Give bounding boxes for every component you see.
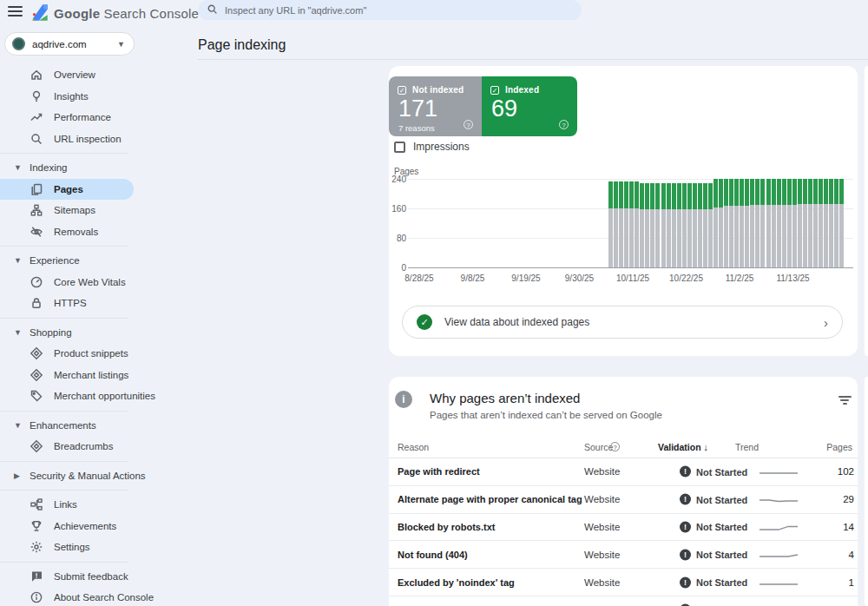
sidebar-divider [0,153,128,154]
sidebar-item-label: Core Web Vitals [54,277,126,287]
sidebar-item-overview[interactable]: Overview [0,64,198,86]
not-indexed-bar-segment [819,204,823,267]
chevron-right-icon: › [824,315,828,330]
brand-product: Search Console [103,6,199,21]
indexed-bar-segment [667,183,671,209]
reasons-count: 7 reasons [398,123,435,133]
sidebar-section-experience[interactable]: ▼Experience [0,250,198,272]
y-tick-label: 160 [389,204,406,214]
help-icon[interactable]: ? [610,442,620,451]
sidebar-item-sitemaps[interactable]: Sitemaps [0,200,198,221]
sidebar-item-about-search-console[interactable]: About Search Console [0,587,198,606]
checked-checkbox-icon[interactable]: ✓ [398,86,406,95]
table-row-excluded-by-noindex-tag[interactable]: Excluded by 'noindex' tagWebsite!Not Sta… [389,569,858,596]
sidebar-item-breadcrumbs[interactable]: Breadcrumbs [0,436,198,458]
sidebar-item-submit-feedback[interactable]: Submit feedback [0,566,198,588]
trend-sparkline [760,522,798,532]
sidebar-section-shopping[interactable]: ▼Shopping [0,322,198,344]
sidebar-item-links[interactable]: Links [0,494,198,516]
column-header-source[interactable]: Source [584,442,613,452]
sidebar-item-core-web-vitals[interactable]: Core Web Vitals [0,272,198,293]
chart-bar [792,179,797,267]
sidebar-item-merchant-listings[interactable]: Merchant listings [0,365,198,386]
not-indexed-bar-segment [650,209,654,267]
sidebar-item-pages[interactable]: Pages [0,179,134,201]
not-indexed-bar-segment [719,207,723,267]
sidebar-item-product-snippets[interactable]: Product snippets [0,343,198,365]
not-indexed-bar-segment [608,208,613,267]
not-indexed-bar-segment [792,205,797,267]
sidebar-item-label: URL inspection [54,134,122,144]
core-web-vitals-icon [30,275,43,289]
brand-title: GoogleSearch Console [54,6,199,21]
indexed-bar-segment [661,183,666,209]
help-icon[interactable]: ? [559,120,569,129]
sidebar-item-performance[interactable]: Performance [0,107,198,128]
filter-icon[interactable] [837,396,852,408]
chart-bar [677,183,681,267]
indexed-summary-chip[interactable]: ✓ Indexed 69 ? [482,76,577,136]
sidebar-section-label: Enhancements [30,420,96,431]
sidebar-item-removals[interactable]: Removals [0,221,198,243]
table-row-alternate-page-with-proper-canonical-tag[interactable]: Alternate page with proper canonical tag… [389,486,858,514]
sort-arrow-down-icon: ↓ [704,442,708,452]
y-tick-label: 0 [389,263,406,273]
property-selector[interactable]: aqdrive.com ▼ [4,32,135,56]
url-inspect-input[interactable] [225,5,573,16]
indexed-bar-segment [629,181,634,208]
not-indexed-bar-segment [698,209,702,267]
not-indexed-bar-segment [687,209,692,267]
indexed-bar-segment [792,179,797,205]
chart-bar [619,181,623,267]
column-header-trend[interactable]: Trend [735,442,759,452]
chart-bar [624,181,628,267]
chart-bar [772,179,776,267]
x-tick-label: 10/22/25 [669,273,703,283]
column-header-reason[interactable]: Reason [398,442,429,452]
checked-checkbox-icon[interactable]: ✓ [490,86,499,95]
table-row-blocked-by-robots-txt[interactable]: Blocked by robots.txtWebsite!Not Started… [389,514,858,542]
url-inspect-searchbar[interactable] [198,0,582,20]
not-indexed-bar-segment [777,205,781,267]
menu-hamburger-icon[interactable] [8,6,23,17]
table-row-crawled-currently-not-indexed[interactable]: Crawled - currently not indexedGoogle sy… [389,596,858,606]
sidebar-item-url-inspection[interactable]: URL inspection [0,128,198,150]
table-header-row: Reason Source ? Validation ↓ Trend Pages [389,438,858,458]
sidebar-section-label: Shopping [30,327,72,338]
validation-cell: !Not Started [680,494,747,505]
sidebar-item-settings[interactable]: Settings [0,537,198,558]
not-indexed-bar-segment [661,209,666,267]
sidebar-item-insights[interactable]: Insights [0,86,198,108]
not-indexed-bar-segment [635,208,639,267]
sidebar-item-label: Performance [54,112,111,122]
sitemaps-icon [30,203,43,217]
not-indexed-summary-chip[interactable]: ✓ Not indexed 171 7 reasons ? [389,76,482,136]
unchecked-checkbox-icon[interactable] [394,142,405,153]
chart-bar [834,179,838,267]
view-indexed-data-button[interactable]: ✓ View data about indexed pages › [402,306,843,339]
not-indexed-bar-segment [693,209,697,267]
impressions-checkbox[interactable]: Impressions [394,141,470,153]
x-tick-label: 11/13/25 [776,273,809,283]
column-header-validation[interactable]: Validation ↓ [658,442,708,452]
sidebar-item-achievements[interactable]: Achievements [0,516,198,537]
chart-bar [803,179,807,267]
indexed-bar-segment [650,183,654,209]
table-row-page-with-redirect[interactable]: Page with redirectWebsite!Not Started102 [389,458,858,486]
chart-bar [635,181,639,267]
sidebar-section-enhancements[interactable]: ▼Enhancements [0,415,198,437]
column-header-pages[interactable]: Pages [826,442,852,452]
sidebar-divider [0,318,128,319]
sidebar-section-indexing[interactable]: ▼Indexing [0,157,198,179]
sidebar-item-label: Product snippets [54,348,128,359]
not-indexed-bar-segment [787,205,792,267]
sidebar-section-security-manual-actions[interactable]: ▶Security & Manual Actions [0,465,198,487]
x-tick-label: 11/2/25 [726,273,754,283]
indexed-count: 69 [491,96,517,122]
sidebar-item-merchant-opportunities[interactable]: Merchant opportunities [0,385,198,407]
chart-bar [655,183,660,267]
indexed-bar-segment [672,183,676,209]
sidebar-item-https[interactable]: HTTPS [0,293,198,314]
table-row-not-found-404[interactable]: Not found (404)Website!Not Started4 [389,541,858,569]
help-icon[interactable]: ? [464,120,473,129]
